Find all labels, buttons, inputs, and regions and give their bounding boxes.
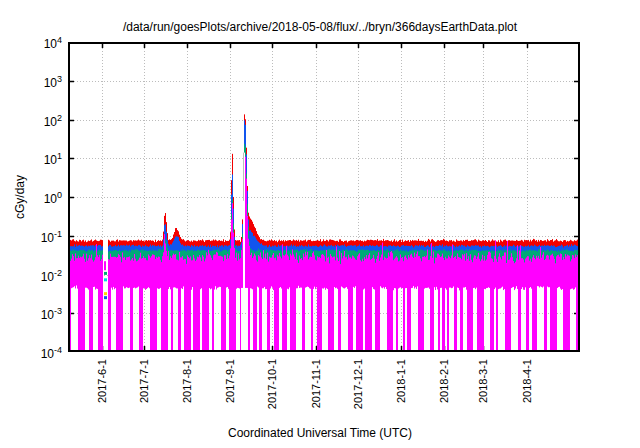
y-tick-label: 101: [44, 150, 62, 166]
x-tick-label: 2017-11-1: [310, 359, 322, 408]
y-tick-label: 10-2: [41, 267, 62, 283]
goes-dose-plot-figure: /data/run/goesPlots/archive/2018-05-08/f…: [0, 0, 640, 448]
x-axis-title: Coordinated Universal Time (UTC): [0, 426, 640, 440]
x-tick-label: 2018-4-1: [521, 359, 533, 403]
y-tick-label: 100: [44, 189, 62, 205]
x-tick-label: 2017-6-1: [96, 359, 108, 403]
y-tick-label: 104: [44, 34, 62, 50]
x-tick-label: 2018-3-1: [477, 359, 489, 403]
y-tick-label: 10-3: [41, 305, 62, 321]
y-tick-label: 10-4: [41, 344, 62, 360]
plot-canvas: [68, 42, 580, 352]
y-tick-label: 103: [44, 73, 62, 89]
x-tick-label: 2018-1-1: [395, 359, 407, 403]
y-tick-label: 10-1: [41, 228, 62, 244]
x-tick-label: 2017-12-1: [352, 359, 364, 409]
y-axis-title: cGy/day: [13, 175, 27, 219]
x-tick-label: 2018-2-1: [438, 359, 450, 403]
x-tick-label: 2017-10-1: [266, 359, 278, 409]
x-tick-label: 2017-9-1: [224, 359, 236, 403]
x-tick-label: 2017-7-1: [138, 359, 150, 403]
x-tick-label: 2017-8-1: [181, 359, 193, 403]
y-tick-label: 102: [44, 112, 62, 128]
plot-title: /data/run/goesPlots/archive/2018-05-08/f…: [0, 20, 640, 34]
